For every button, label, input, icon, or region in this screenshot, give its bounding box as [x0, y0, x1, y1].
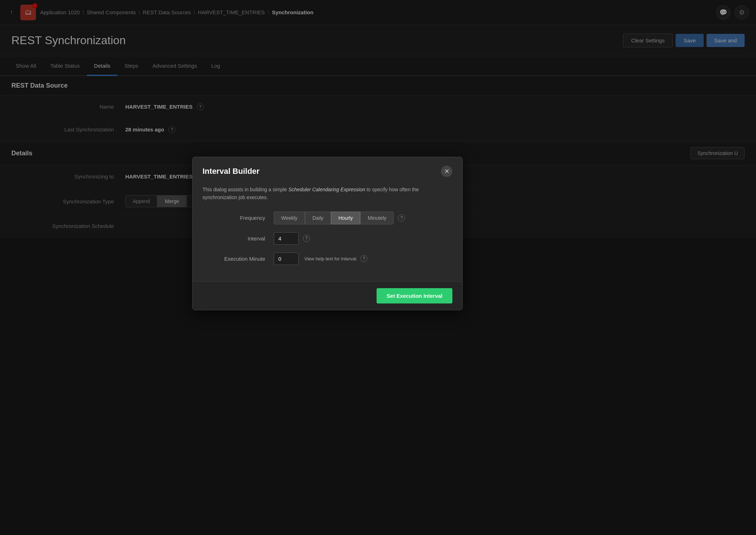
frequency-help-icon[interactable]: ? [398, 214, 405, 222]
execution-minute-label: Execution Minute [203, 256, 274, 262]
modal-description: This dialog assists in building a simple… [203, 186, 452, 202]
freq-weekly[interactable]: Weekly [274, 212, 305, 224]
interval-label: Interval [203, 235, 274, 241]
modal-desc-em: Scheduler Calendaring Expression [288, 187, 365, 192]
freq-hourly[interactable]: Hourly [331, 212, 360, 224]
interval-builder-modal: Interval Builder ✕ This dialog assists i… [192, 157, 463, 310]
frequency-row: Frequency Weekly Daily Hourly Minutely ? [203, 212, 452, 224]
set-execution-interval-button[interactable]: Set Execution Interval [377, 288, 452, 303]
execution-minute-help-icon[interactable]: ? [360, 255, 367, 262]
modal-overlay[interactable]: Interval Builder ✕ This dialog assists i… [0, 0, 756, 535]
interval-input[interactable] [274, 232, 299, 245]
modal-title: Interval Builder [203, 167, 259, 176]
modal-close-button[interactable]: ✕ [441, 166, 452, 177]
freq-daily[interactable]: Daily [305, 212, 331, 224]
modal-footer: Set Execution Interval [193, 281, 462, 310]
interval-help-text: View help text for Interval. [304, 256, 357, 261]
freq-minutely[interactable]: Minutely [360, 212, 394, 224]
execution-minute-input[interactable] [274, 253, 299, 265]
interval-help-icon[interactable]: ? [303, 235, 310, 242]
frequency-button-group: Weekly Daily Hourly Minutely [274, 212, 394, 224]
frequency-label: Frequency [203, 215, 274, 221]
execution-minute-row: Execution Minute View help text for Inte… [203, 253, 452, 265]
interval-row: Interval ? [203, 232, 452, 245]
modal-body: This dialog assists in building a simple… [193, 183, 462, 281]
modal-desc-plain1: This dialog assists in building a simple [203, 187, 288, 192]
modal-header: Interval Builder ✕ [193, 157, 462, 183]
